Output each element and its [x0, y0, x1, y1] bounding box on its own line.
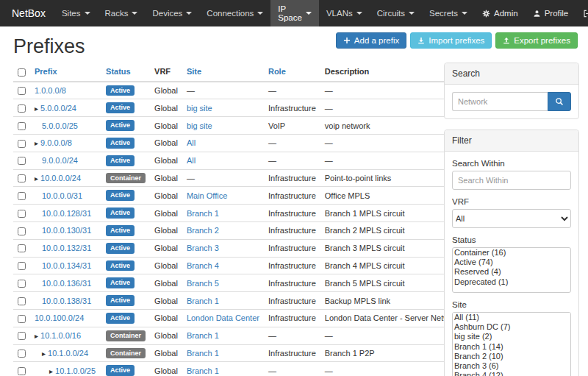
expand-arrow-icon[interactable]: ▸: [35, 139, 38, 147]
site-link[interactable]: Branch 1: [187, 366, 219, 375]
row-checkbox[interactable]: [18, 104, 26, 113]
site-link[interactable]: Branch 5: [187, 279, 219, 288]
nav-item-secrets[interactable]: Secrets: [422, 0, 475, 26]
add-a-prefix-button[interactable]: Add a prefix: [336, 32, 406, 49]
row-checkbox[interactable]: [18, 192, 26, 200]
row-checkbox[interactable]: [18, 332, 26, 340]
prefix-link[interactable]: 5.0.0.0/24: [40, 104, 76, 113]
prefix-link[interactable]: 10.1.0.0/16: [40, 331, 81, 340]
nav-item-ip-space[interactable]: IP Space: [270, 0, 319, 26]
site-link[interactable]: Branch 2: [187, 226, 219, 235]
nav-item-admin[interactable]: Admin: [475, 0, 526, 26]
expand-arrow-icon[interactable]: ▸: [35, 174, 38, 182]
search-input[interactable]: [452, 92, 548, 111]
column-header-vrf: VRF: [150, 63, 182, 82]
prefix-cell: 10.0.0.0/31: [30, 187, 101, 205]
row-checkbox[interactable]: [18, 244, 26, 252]
prefix-link[interactable]: 10.0.0.136/31: [42, 279, 91, 288]
row-checkbox[interactable]: [18, 227, 26, 235]
prefix-link[interactable]: 10.0.0.128/31: [42, 209, 91, 218]
status-cell: Active: [101, 82, 150, 99]
export-prefixes-button[interactable]: Export prefixes: [495, 32, 578, 49]
nav-item-sites[interactable]: Sites: [54, 0, 98, 26]
column-header-role[interactable]: Role: [264, 63, 320, 82]
expand-arrow-icon[interactable]: ▸: [35, 332, 38, 340]
nav-item-circuits[interactable]: Circuits: [370, 0, 422, 26]
prefix-link[interactable]: 10.0.100.0/24: [35, 313, 84, 322]
prefix-link[interactable]: 10.0.0.138/31: [42, 297, 91, 305]
prefix-link[interactable]: 9.0.0.0/8: [40, 138, 72, 147]
row-checkbox-cell: [13, 274, 30, 292]
site-select[interactable]: All (11)Ashburn DC (7)big site (2)Branch…: [452, 312, 571, 376]
description-cell: Branch 1 P2P: [320, 344, 465, 362]
site-link[interactable]: London Data Center: [187, 313, 259, 322]
nav-item-racks[interactable]: Racks: [98, 0, 146, 26]
row-checkbox[interactable]: [18, 87, 26, 95]
prefix-cell: ▸5.0.0.0/24: [30, 99, 101, 117]
column-sort-link[interactable]: Site: [187, 67, 201, 76]
row-checkbox[interactable]: [18, 280, 26, 288]
nav-item-devices[interactable]: Devices: [145, 0, 199, 26]
site-link[interactable]: Branch 4: [187, 261, 219, 270]
nav-item-vlans[interactable]: VLANs: [319, 0, 370, 26]
row-checkbox-cell: [13, 221, 30, 239]
row-checkbox[interactable]: [18, 315, 26, 323]
site-link[interactable]: Branch 1: [187, 209, 219, 218]
search-button[interactable]: [548, 92, 571, 111]
app-logo[interactable]: NetBox: [6, 0, 54, 26]
row-checkbox[interactable]: [18, 140, 26, 148]
search-within-input[interactable]: [452, 171, 571, 190]
row-checkbox[interactable]: [18, 122, 26, 130]
prefix-cell: 10.0.0.132/31: [30, 239, 101, 257]
prefix-link[interactable]: 10.0.0.0/24: [40, 174, 81, 182]
row-checkbox[interactable]: [18, 210, 26, 218]
site-link[interactable]: Branch 1: [187, 297, 219, 305]
prefix-link[interactable]: 10.1.0.0/25: [55, 366, 96, 375]
site-link[interactable]: All: [187, 156, 196, 165]
row-checkbox-cell: [13, 169, 30, 187]
prefix-link[interactable]: 10.0.0.132/31: [42, 244, 91, 252]
status-select[interactable]: Container (16)Active (74)Reserved (4)Dep…: [452, 247, 571, 293]
site-link[interactable]: Main Office: [187, 191, 227, 200]
expand-arrow-icon[interactable]: ▸: [35, 104, 38, 113]
nav-item-connections[interactable]: Connections: [199, 0, 270, 26]
prefix-link[interactable]: 10.0.0.130/31: [42, 226, 91, 235]
prefix-link[interactable]: 5.0.0.0/25: [42, 121, 78, 130]
column-header-status[interactable]: Status: [101, 63, 150, 82]
prefix-link[interactable]: 1.0.0.0/8: [35, 86, 66, 95]
prefix-link[interactable]: 10.1.0.0/24: [48, 349, 88, 358]
site-link[interactable]: big site: [187, 104, 212, 113]
column-header-site[interactable]: Site: [182, 63, 264, 82]
row-checkbox[interactable]: [18, 350, 26, 358]
vrf-select[interactable]: All: [452, 209, 571, 228]
column-sort-link[interactable]: Prefix: [35, 67, 57, 76]
site-link[interactable]: All: [187, 138, 196, 147]
expand-arrow-icon[interactable]: ▸: [49, 367, 53, 375]
select-all-checkbox[interactable]: [18, 68, 26, 77]
status-badge: Container: [106, 348, 146, 359]
column-header-prefix[interactable]: Prefix: [30, 63, 101, 82]
site-link[interactable]: Branch 1: [187, 331, 219, 340]
column-sort-link[interactable]: Status: [106, 67, 131, 76]
row-checkbox[interactable]: [18, 262, 26, 270]
prefix-link[interactable]: 9.0.0.0/24: [42, 156, 78, 165]
vrf-cell: Global: [150, 327, 182, 344]
nav-item-log-out[interactable]: Log out: [576, 0, 588, 26]
column-sort-link[interactable]: Role: [268, 67, 286, 76]
site-link[interactable]: big site: [187, 121, 212, 130]
prefix-cell: 10.0.100.0/24: [30, 309, 101, 327]
row-checkbox[interactable]: [18, 297, 26, 305]
expand-arrow-icon[interactable]: ▸: [42, 350, 46, 358]
description-cell: London Data Center - Server Network: [320, 309, 465, 327]
site-link[interactable]: Branch 3: [187, 244, 219, 252]
nav-item-profile[interactable]: Profile: [526, 0, 576, 26]
description-cell: Branch 3 MPLS circuit: [320, 239, 465, 257]
import-prefixes-button[interactable]: Import prefixes: [410, 32, 492, 49]
site-link[interactable]: Branch 1: [187, 349, 219, 358]
prefix-link[interactable]: 10.0.0.0/31: [42, 191, 82, 200]
filter-panel-title: Filter: [445, 130, 578, 152]
row-checkbox[interactable]: [18, 157, 26, 165]
row-checkbox[interactable]: [18, 367, 26, 375]
row-checkbox[interactable]: [18, 174, 26, 182]
prefix-link[interactable]: 10.0.0.134/31: [42, 261, 91, 270]
